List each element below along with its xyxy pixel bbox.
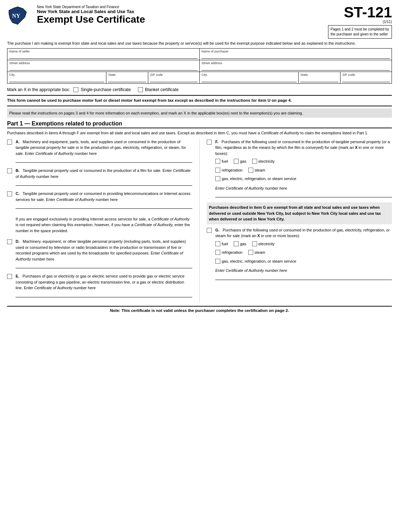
warning-text: This form cannot be used to purchase mot…: [7, 98, 292, 102]
item-b-cert-input[interactable]: [16, 181, 192, 186]
item-b-checkbox[interactable]: [7, 168, 12, 173]
item-f-gas-label: gas: [240, 158, 246, 164]
seller-state-input[interactable]: [108, 77, 146, 82]
item-d-label: D.: [16, 239, 20, 243]
item-g-steam-label: steam: [255, 250, 265, 256]
item-g-checkbox-area: [207, 227, 215, 280]
item-c-checkbox-area: [7, 191, 16, 234]
ny-state-logo: NY: [7, 5, 32, 27]
item-f-service-row: gas, electric, refrigeration, or steam s…: [215, 176, 392, 183]
item-f-gas-checkbox[interactable]: [234, 159, 239, 164]
certificate-type-line: Mark an X in the appropriate box: Single…: [7, 87, 392, 92]
item-g-gas-label: gas: [240, 241, 246, 247]
item-d-checkbox[interactable]: [7, 239, 12, 244]
item-b-text: B. Tangible personal property used or co…: [16, 168, 192, 186]
item-g-label: G.: [215, 228, 220, 232]
item-e-block: E. Purchases of gas or electricity or ga…: [7, 273, 192, 297]
purchaser-city-cell: City: [200, 72, 299, 83]
item-e-cert-input[interactable]: [16, 292, 192, 297]
item-g-fuel-checkbox[interactable]: [215, 241, 220, 246]
seller-street-input[interactable]: [9, 66, 198, 71]
item-g-service-checkbox[interactable]: [215, 259, 220, 264]
seller-city-input[interactable]: [9, 77, 104, 82]
item-f-refrigeration-checkbox[interactable]: [215, 168, 220, 173]
seller-city-cell: City: [7, 72, 106, 83]
item-a-cert-input[interactable]: [16, 158, 192, 163]
purchaser-state-cell: State: [299, 72, 340, 83]
item-g-block: G. Purchases of the following used or co…: [207, 227, 392, 280]
item-c-text: C. Tangible personal property used or co…: [16, 191, 192, 234]
item-f-service-checkbox[interactable]: [215, 176, 220, 181]
item-g-gas-item: gas: [234, 241, 246, 247]
item-c-block: C. Tangible personal property used or co…: [7, 191, 192, 234]
names-row: Name of seller Name of purchaser: [7, 49, 392, 60]
item-f-checkboxes: fuel gas electricity: [215, 158, 392, 166]
purchaser-city-input[interactable]: [201, 77, 297, 82]
item-e-label: E.: [16, 274, 19, 278]
item-c-cert-input[interactable]: [16, 204, 192, 209]
item-g-electricity-label: electricity: [259, 241, 275, 247]
header-area: NY New York State Department of Taxation…: [7, 5, 392, 39]
item-g-service-label: gas, electric, refrigeration, or steam s…: [222, 258, 296, 264]
seller-street-label: Street address: [9, 61, 198, 65]
item-b-checkbox-area: [7, 168, 16, 186]
item-d-cert-input[interactable]: [16, 263, 192, 268]
single-purchase-checkbox[interactable]: [73, 87, 78, 92]
page-container: NY New York State Department of Taxation…: [0, 0, 399, 532]
purchaser-zip-input[interactable]: [342, 77, 390, 82]
purchaser-street-cell: Street address: [200, 60, 392, 72]
item-g-electricity-item: electricity: [252, 241, 275, 247]
item-g-electricity-checkbox[interactable]: [252, 241, 257, 246]
item-d-text: D. Machinery, equipment, or other tangib…: [16, 239, 192, 268]
item-f-refrigeration-label: refrigeration: [222, 167, 243, 173]
item-g-checkbox[interactable]: [207, 228, 212, 233]
item-g-info-box: Purchases described in item G are exempt…: [207, 202, 392, 224]
item-f-label: F.: [215, 140, 218, 144]
blanket-certificate-label: Blanket certificate: [145, 87, 179, 92]
item-f-fuel-checkbox[interactable]: [215, 159, 220, 164]
purchaser-name-cell: Name of purchaser: [200, 49, 392, 60]
item-g-service-row: gas, electric, refrigeration, or steam s…: [215, 258, 392, 266]
item-f-enter-cert-label: Enter Certificate of Authority number he…: [215, 185, 392, 191]
instruction-box: Please read the instructions on pages 3 …: [7, 108, 392, 118]
purchaser-name-input[interactable]: [201, 54, 390, 59]
item-g-refrigeration-checkbox[interactable]: [215, 250, 220, 255]
svg-text:NY: NY: [12, 13, 21, 19]
part1-header: Part 1 — Exemptions related to productio…: [7, 121, 392, 128]
item-f-cert-input[interactable]: [215, 192, 392, 197]
item-f-electricity-label: electricity: [259, 158, 275, 164]
seller-name-cell: Name of seller: [7, 49, 200, 60]
purchaser-state-input[interactable]: [300, 77, 338, 82]
seller-zip-input[interactable]: [150, 77, 198, 82]
item-g-checkboxes: fuel gas electricity: [215, 241, 392, 248]
item-a-block: A. Machinery and equipment, parts, tools…: [7, 139, 192, 163]
item-c-checkbox[interactable]: [7, 191, 12, 196]
item-a-checkbox[interactable]: [7, 140, 12, 145]
item-f-steam-checkbox[interactable]: [248, 168, 253, 173]
seller-zip-label: ZIP code: [150, 73, 198, 77]
blanket-certificate-checkbox[interactable]: [138, 87, 143, 92]
item-g-checkboxes2: refrigeration steam: [215, 250, 392, 257]
item-f-electricity-checkbox[interactable]: [252, 159, 257, 164]
form-number: ST-121: [344, 5, 392, 20]
item-f-steam-label: steam: [255, 167, 265, 173]
item-g-fuel-item: fuel: [215, 241, 228, 247]
seller-state-label: State: [108, 73, 146, 77]
item-f-electricity-item: electricity: [252, 158, 275, 164]
item-e-checkbox-area: [7, 273, 16, 297]
item-f-text: F. Purchases of the following used or co…: [215, 139, 392, 198]
item-g-service-item: gas, electric, refrigeration, or steam s…: [215, 258, 296, 264]
item-e-checkbox[interactable]: [7, 274, 12, 279]
item-a-checkbox-area: [7, 139, 16, 163]
purchaser-zip-label: ZIP code: [342, 73, 390, 77]
item-g-gas-checkbox[interactable]: [234, 241, 239, 246]
seller-name-input[interactable]: [9, 54, 198, 59]
seller-state-cell: State: [106, 72, 148, 83]
item-f-checkbox[interactable]: [207, 140, 212, 145]
item-g-steam-checkbox[interactable]: [248, 250, 253, 255]
seller-city-label: City: [9, 73, 104, 77]
item-g-cert-input[interactable]: [215, 275, 392, 280]
purchaser-street-input[interactable]: [201, 66, 390, 71]
purchaser-state-label: State: [300, 73, 338, 77]
intro-text: The purchase I am making is exempt from …: [7, 41, 392, 46]
